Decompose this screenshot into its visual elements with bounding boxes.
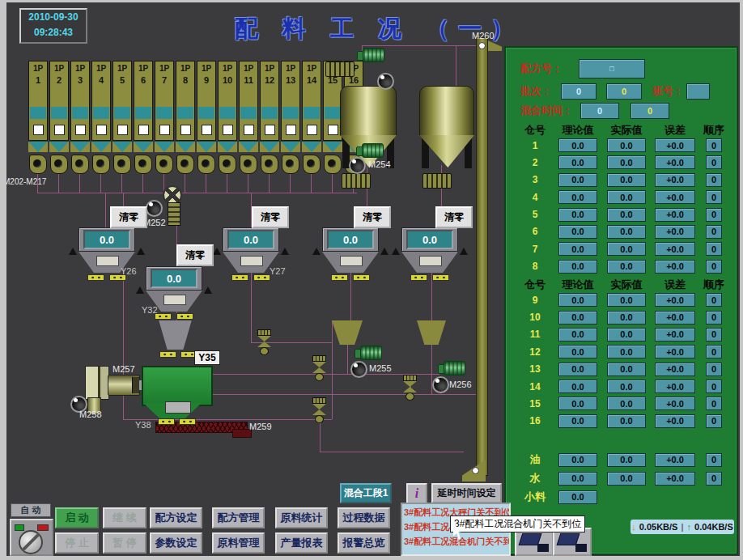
- bin-indicator: [117, 125, 128, 135]
- bin-number: 3: [533, 174, 538, 185]
- rotary-switch[interactable]: [19, 530, 43, 554]
- clear-zero-button[interactable]: 清零: [110, 206, 147, 228]
- batch-data-panel: 配方号： □ 批次： 0 0 班号： 混合时间： 0 0 仓号理论值实际值误差顺…: [504, 46, 738, 555]
- table-row: 120.00.0+0.00: [507, 345, 735, 358]
- bin-body: 1P1: [28, 61, 48, 141]
- alarm-overview-button[interactable]: 报警总览: [338, 532, 390, 554]
- bin-indicator: [307, 125, 317, 135]
- pipe-line: [123, 419, 332, 420]
- motor-icon: [438, 360, 465, 376]
- bin-number: 14: [529, 381, 540, 392]
- valve-bot: [315, 415, 324, 423]
- bin-indicator: [138, 125, 149, 135]
- hmi-screen: 2010-09-30 09:28:43 配 料 工 况 （一） 1P11P21P…: [0, 0, 743, 560]
- valve-icon: [403, 375, 417, 401]
- bin-feeder-icon: [92, 155, 110, 174]
- continue-button[interactable]: 继 续: [103, 507, 146, 528]
- bin-number: 1: [533, 140, 538, 151]
- table-row: 90.00.0+0.00: [507, 293, 735, 306]
- shift-value-box: [686, 83, 710, 100]
- material-stats-button[interactable]: 原料统计: [275, 507, 328, 528]
- bin-feeder-icon: [197, 155, 215, 174]
- scale-gate-indicator: [322, 274, 379, 281]
- clear-zero-button[interactable]: 清零: [252, 206, 289, 228]
- bin-level-band: [304, 107, 320, 119]
- weigh-scale: 0.0: [322, 227, 379, 281]
- recipe-value: □: [609, 65, 614, 73]
- stop-button[interactable]: 停 止: [55, 532, 99, 554]
- pipe-line: [38, 193, 357, 193]
- value-box-theory: 0.0: [558, 293, 597, 307]
- value-box-actual: 0.0: [607, 190, 646, 204]
- bin-feeder-icon: [155, 155, 173, 174]
- clear-zero-button[interactable]: 清零: [176, 244, 214, 266]
- mode-selector-panel: [10, 519, 53, 556]
- valve-top: [403, 375, 417, 381]
- scale-weight-display: 0.0: [406, 230, 453, 249]
- recipe-manage-button[interactable]: 配方管理: [212, 507, 265, 528]
- material-manage-button[interactable]: 原料管理: [212, 532, 265, 554]
- bin-funnel-icon: [113, 142, 132, 152]
- table-row: 10.00.0+0.00: [507, 138, 735, 151]
- output-report-button[interactable]: 产量报表: [275, 532, 328, 554]
- screen-frame-left: [0, 0, 6, 560]
- value-box-seq: 0: [706, 155, 722, 169]
- value-box-theory: 0.0: [558, 260, 597, 274]
- batch-row: 批次： 0 0 班号：: [520, 83, 710, 100]
- value-box-actual: 0.0: [607, 138, 646, 152]
- motor-body: [363, 48, 384, 62]
- pause-button[interactable]: 暂 停: [103, 532, 146, 554]
- value-box-theory: 0.0: [558, 138, 597, 152]
- status-indicator-icon: [377, 73, 394, 90]
- gate-indicator-y38: [158, 418, 196, 425]
- mix-section-button[interactable]: 混合工段1: [340, 483, 392, 503]
- scale-weight-display: 0.0: [83, 230, 130, 249]
- bin-prefix-label: 1P: [92, 64, 110, 73]
- clear-zero-button[interactable]: 清零: [435, 206, 473, 228]
- bin-indicator: [244, 125, 254, 135]
- bin-funnel-icon: [134, 142, 153, 152]
- screen-frame-top: [0, 0, 743, 2]
- start-button[interactable]: 启 动: [55, 507, 99, 528]
- value-box-actual: 0.0: [607, 242, 646, 256]
- date-text: 2010-09-30: [21, 10, 86, 25]
- bin-funnel-icon: [49, 142, 69, 152]
- storage-bin: 1P12: [260, 61, 279, 174]
- info-button[interactable]: i: [406, 483, 427, 504]
- bin-prefix-label: 1P: [29, 64, 47, 73]
- motor-body: [362, 143, 384, 158]
- batch-count-box: 0: [561, 83, 597, 100]
- param-set-button[interactable]: 参数设定: [150, 532, 202, 554]
- motor-icon: [355, 345, 382, 361]
- device-label-m256: M256: [449, 380, 472, 389]
- scale-gate: [163, 295, 186, 305]
- value-box-seq: 0: [706, 363, 722, 376]
- pipe-line: [206, 171, 206, 193]
- bin-level-band: [177, 107, 193, 119]
- delay-time-button[interactable]: 延时时间设定: [431, 483, 502, 503]
- datetime-display: 2010-09-30 09:28:43: [19, 8, 87, 44]
- upload-speed: 0.04KB/S: [694, 522, 733, 532]
- machine-icon: [575, 544, 587, 552]
- bin-number-label: 13: [282, 75, 299, 85]
- device-label-m260: M260: [472, 31, 495, 40]
- elevator-top-indicator: [478, 42, 486, 49]
- bin-funnel-icon: [70, 142, 90, 152]
- recipe-set-button[interactable]: 配方设定: [150, 507, 202, 528]
- scale-gate: [240, 256, 263, 266]
- table-row: 100.00.0+0.00: [507, 311, 735, 324]
- value-box-seq: 0: [706, 397, 722, 410]
- scale-gate: [419, 256, 442, 266]
- value-box-theory: 0.0: [558, 345, 597, 358]
- scale-hopper: [401, 252, 458, 273]
- bin-prefix-label: 1P: [50, 64, 68, 73]
- dash: [432, 274, 449, 281]
- valve-top: [312, 397, 326, 404]
- value-box-theory: 0.0: [558, 155, 597, 169]
- mixtime-set-box: 0: [580, 103, 619, 119]
- process-data-button[interactable]: 过程数据: [338, 507, 390, 528]
- value-box-error: +0.0: [655, 345, 695, 358]
- value-box-seq: 0: [706, 311, 722, 325]
- bin-number: 12: [529, 346, 540, 358]
- clear-zero-button[interactable]: 清零: [354, 206, 391, 228]
